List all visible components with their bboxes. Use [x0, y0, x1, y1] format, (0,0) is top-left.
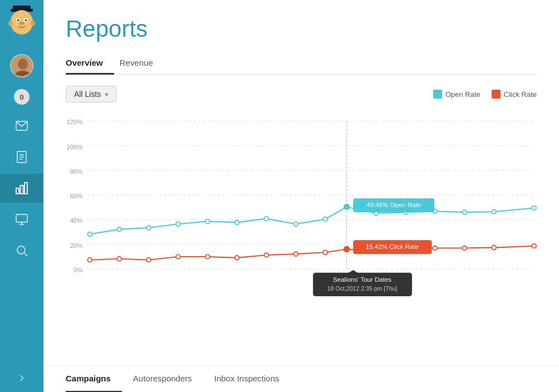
tab-autoresponders[interactable]: Autoresponders	[133, 366, 203, 392]
click-rate-badge-text: 15.42% Click Rate	[366, 243, 419, 250]
sidebar: 0	[0, 0, 43, 392]
bottom-tabs: Campaigns Autoresponders Inbox Inspectio…	[43, 365, 559, 392]
campaigns-icon	[15, 213, 28, 226]
open-rate-dot-14	[462, 210, 467, 214]
filter-legend-row: All Lists ▾ Open Rate Click Rate	[66, 86, 537, 102]
svg-line-27	[24, 253, 28, 257]
click-rate-dot-6	[235, 256, 239, 260]
open-rate-dot-active	[344, 204, 350, 210]
notification-badge: 0	[14, 89, 30, 105]
open-rate-dot-1	[87, 232, 92, 237]
click-rate-dot-14	[462, 246, 467, 251]
svg-rect-22	[24, 183, 27, 194]
avatar-image	[11, 55, 33, 77]
mail-icon	[15, 119, 28, 133]
sidebar-item-search[interactable]	[0, 236, 43, 265]
click-rate-dot-active	[344, 247, 350, 252]
reports-icon	[15, 182, 28, 195]
chevron-down-icon: ▾	[105, 91, 108, 97]
logo[interactable]	[0, 0, 43, 43]
sidebar-item-badge[interactable]: 0	[0, 85, 43, 109]
sidebar-item-reports[interactable]	[0, 174, 43, 203]
main-content: Reports Overview Revenue All Lists ▾ Ope…	[43, 0, 559, 392]
click-rate-dot-3	[146, 258, 151, 262]
svg-point-11	[31, 21, 35, 26]
page-header: Reports	[43, 0, 559, 52]
avatar	[10, 54, 33, 77]
open-rate-badge-text: 49.46% Open Rate	[366, 202, 421, 208]
sidebar-nav: 0	[0, 43, 43, 265]
click-rate-dot-13	[433, 246, 437, 251]
arrow-right-icon	[16, 373, 27, 384]
chart-container: 120% 100% 80% 60% 40% 20% 0%	[66, 111, 537, 354]
click-rate-dot-4	[176, 254, 180, 259]
sidebar-item-campaigns[interactable]	[0, 205, 43, 234]
y-label-40: 40%	[70, 217, 83, 224]
tab-overview[interactable]: Overview	[66, 52, 114, 75]
open-rate-dot-16	[532, 206, 536, 210]
svg-rect-21	[21, 185, 23, 194]
svg-point-8	[20, 23, 21, 24]
chart-legend: Open Rate Click Rate	[433, 90, 537, 99]
svg-point-26	[17, 246, 25, 254]
svg-point-5	[17, 19, 19, 22]
legend-click-rate: Click Rate	[492, 90, 537, 99]
open-rate-dot-3	[146, 226, 151, 230]
top-tabs: Overview Revenue	[66, 52, 537, 75]
click-rate-dot-5	[205, 254, 210, 259]
click-rate-dot	[492, 90, 501, 99]
open-rate-dot-4	[176, 222, 180, 226]
open-rate-dot	[433, 90, 442, 99]
click-rate-dot-7	[264, 253, 269, 257]
open-rate-dot-9	[323, 217, 327, 222]
open-rate-line	[90, 207, 534, 234]
legend-open-rate: Open Rate	[433, 90, 480, 99]
svg-point-9	[22, 23, 23, 24]
y-label-60: 60%	[70, 193, 83, 199]
y-label-80: 80%	[70, 168, 83, 175]
search-icon	[15, 244, 28, 257]
all-lists-filter[interactable]: All Lists ▾	[66, 86, 116, 102]
sidebar-item-document[interactable]	[0, 143, 43, 171]
tooltip-title: Sealions' Tour Dates	[333, 276, 391, 283]
open-rate-dot-6	[235, 220, 239, 225]
svg-point-6	[25, 19, 27, 22]
mailchimp-logo	[7, 4, 36, 39]
tab-campaigns[interactable]: Campaigns	[66, 366, 122, 392]
click-rate-dot-1	[87, 258, 92, 262]
y-label-0: 0%	[73, 267, 83, 273]
document-icon	[15, 150, 28, 164]
click-rate-dot-2	[117, 257, 121, 261]
click-rate-dot-9	[323, 250, 327, 254]
page-title: Reports	[66, 16, 537, 42]
click-rate-dot-15	[492, 246, 496, 250]
svg-point-10	[8, 21, 13, 26]
open-rate-dot-2	[117, 227, 121, 232]
sidebar-item-avatar[interactable]	[0, 49, 43, 82]
svg-rect-20	[16, 188, 19, 194]
content-area: All Lists ▾ Open Rate Click Rate 120% 10…	[43, 75, 559, 365]
open-rate-dot-7	[264, 217, 269, 221]
sidebar-item-mail[interactable]	[0, 111, 43, 140]
y-label-20: 20%	[70, 242, 83, 249]
tab-inbox-inspections[interactable]: Inbox Inspections	[214, 366, 291, 392]
open-rate-dot-15	[492, 209, 496, 214]
open-rate-dot-8	[294, 222, 298, 226]
click-rate-dot-16	[532, 244, 536, 248]
tooltip-date: 18 Oct,2012 2:35 pm [Thu]	[327, 285, 398, 292]
y-label-100: 100%	[66, 144, 82, 150]
line-chart: 120% 100% 80% 60% 40% 20% 0%	[66, 111, 537, 290]
open-rate-dot-5	[205, 219, 210, 224]
svg-point-7	[19, 22, 24, 26]
y-label-120: 120%	[66, 119, 82, 125]
svg-rect-23	[16, 214, 27, 222]
tab-revenue[interactable]: Revenue	[120, 52, 164, 75]
tooltip-arrow	[348, 270, 359, 273]
click-rate-line	[90, 246, 534, 260]
sidebar-expand-button[interactable]	[0, 364, 43, 392]
svg-point-13	[18, 58, 28, 70]
click-rate-dot-8	[294, 252, 298, 256]
